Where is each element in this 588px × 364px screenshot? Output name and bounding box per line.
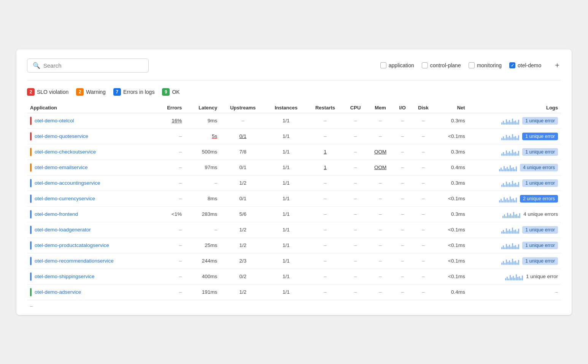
app-link[interactable]: otel-demo-adservice bbox=[35, 289, 81, 295]
status-indicator bbox=[30, 210, 32, 218]
app-link[interactable]: otel-demo-accountingservice bbox=[35, 180, 100, 186]
logs-badge[interactable]: 1 unique error bbox=[522, 257, 558, 265]
table-row[interactable]: otel-demo-frontend<1%283ms5/61/1–––––0.3… bbox=[27, 206, 561, 222]
app-link[interactable]: otel-demo-emailservice bbox=[35, 165, 88, 170]
summary-bar: 2SLO violation2Warning7Errors in logs9OK bbox=[27, 88, 561, 96]
app-cell: otel-demo-quoteservice bbox=[30, 132, 152, 141]
checkbox-otel-demo[interactable] bbox=[509, 62, 515, 68]
app-link[interactable]: otel-demo-productcatalogservice bbox=[35, 242, 109, 248]
table-row[interactable]: otel-demo-shippingservice–400ms0/21/1–––… bbox=[27, 269, 561, 284]
cpu-cell: – bbox=[344, 144, 367, 160]
mem-value: – bbox=[379, 180, 382, 186]
search-icon: 🔍 bbox=[33, 62, 40, 69]
table-row[interactable]: otel-demo-emailservice–97ms0/11/11–OOM––… bbox=[27, 160, 561, 175]
mem-cell: – bbox=[367, 222, 394, 237]
io-value: – bbox=[401, 165, 404, 170]
col-disk: Disk bbox=[412, 103, 435, 113]
app-link[interactable]: otel-demo-recommendationservice bbox=[35, 258, 114, 264]
logs-cell[interactable]: 1 unique error bbox=[468, 144, 561, 160]
logs-badge[interactable]: 4 unique errors bbox=[520, 164, 558, 171]
search-box[interactable]: 🔍 bbox=[27, 59, 149, 73]
restarts-value: – bbox=[324, 196, 327, 201]
latency-value: 500ms bbox=[202, 149, 218, 155]
table-body: otel-demo-otelcol16%9ms–1/1–––––0.3ms1 u… bbox=[27, 113, 561, 300]
filter-application[interactable]: application bbox=[380, 62, 414, 68]
logs-content: – bbox=[471, 289, 558, 295]
logs-badge[interactable]: 1 unique error bbox=[522, 117, 558, 125]
app-link[interactable]: otel-demo-loadgenerator bbox=[35, 227, 91, 233]
table-row[interactable]: otel-demo-adservice–191ms1/21/1–––––0.4m… bbox=[27, 284, 561, 300]
sparkline bbox=[501, 179, 519, 187]
instances-cell: 1/1 bbox=[265, 237, 307, 253]
cpu-cell: – bbox=[344, 284, 367, 300]
app-link[interactable]: otel-demo-checkoutservice bbox=[35, 149, 96, 155]
app-link[interactable]: otel-demo-otelcol bbox=[35, 118, 74, 123]
sparkline bbox=[501, 148, 519, 156]
sparkline bbox=[501, 226, 519, 234]
col-errors: Errors bbox=[155, 103, 185, 113]
app-link[interactable]: otel-demo-frontend bbox=[35, 211, 78, 217]
restarts-cell: – bbox=[307, 222, 343, 237]
status-indicator bbox=[30, 272, 32, 281]
logs-cell[interactable]: 4 unique errors bbox=[468, 160, 561, 175]
logs-cell[interactable]: 1 unique error bbox=[468, 269, 561, 284]
table-row[interactable]: otel-demo-accountingservice––1/21/1–––––… bbox=[27, 175, 561, 191]
app-link[interactable]: otel-demo-quoteservice bbox=[35, 133, 88, 139]
cpu-value: – bbox=[354, 165, 357, 170]
latency-value: 5s bbox=[212, 133, 217, 139]
table-row[interactable]: otel-demo-currencyservice–8ms0/11/1–––––… bbox=[27, 191, 561, 206]
logs-cell[interactable]: – bbox=[468, 284, 561, 300]
add-filter-button[interactable]: + bbox=[553, 61, 561, 70]
filter-control-plane[interactable]: control-plane bbox=[422, 62, 461, 68]
table-row[interactable]: otel-demo-otelcol16%9ms–1/1–––––0.3ms1 u… bbox=[27, 113, 561, 128]
disk-cell: – bbox=[412, 113, 435, 128]
search-input[interactable] bbox=[43, 62, 143, 69]
logs-cell[interactable]: 1 unique error bbox=[468, 253, 561, 269]
filter-otel-demo[interactable]: otel-demo bbox=[509, 62, 541, 68]
status-indicator bbox=[30, 257, 32, 265]
logs-cell[interactable]: 1 unique error bbox=[468, 237, 561, 253]
logs-badge[interactable]: 1 unique error bbox=[522, 148, 558, 156]
mem-cell: OOM bbox=[367, 160, 394, 175]
checkbox-control-plane[interactable] bbox=[422, 62, 428, 68]
io-cell: – bbox=[393, 253, 412, 269]
latency-cell: 191ms bbox=[185, 284, 220, 300]
logs-cell[interactable]: 2 unique errors bbox=[468, 191, 561, 206]
io-cell: – bbox=[393, 113, 412, 128]
errors-value: – bbox=[179, 289, 182, 295]
net-value: <0.1ms bbox=[448, 227, 465, 233]
table-row[interactable]: otel-demo-quoteservice–5s0/11/1–––––<0.1… bbox=[27, 128, 561, 144]
net-value: 0.4ms bbox=[451, 165, 465, 170]
app-link[interactable]: otel-demo-shippingservice bbox=[35, 274, 95, 279]
table-row[interactable]: otel-demo-checkoutservice–500ms7/81/11–O… bbox=[27, 144, 561, 160]
restarts-cell: – bbox=[307, 237, 343, 253]
restarts-value: 1 bbox=[324, 165, 327, 170]
logs-cell[interactable]: 4 unique errors bbox=[468, 206, 561, 222]
logs-cell[interactable]: 1 unique error bbox=[468, 113, 561, 128]
mem-cell: – bbox=[367, 269, 394, 284]
mem-value: – bbox=[379, 133, 382, 139]
logs-badge[interactable]: 1 unique error bbox=[522, 133, 558, 140]
checkbox-monitoring[interactable] bbox=[469, 62, 475, 68]
logs-cell[interactable]: 1 unique error bbox=[468, 175, 561, 191]
table-row[interactable]: otel-demo-loadgenerator––1/21/1–––––<0.1… bbox=[27, 222, 561, 237]
cpu-value: – bbox=[354, 133, 357, 139]
app-cell: otel-demo-accountingservice bbox=[30, 179, 152, 187]
logs-badge[interactable]: 2 unique errors bbox=[520, 195, 558, 203]
summary-label-blue: Errors in logs bbox=[123, 89, 154, 95]
logs-cell[interactable]: 1 unique error bbox=[468, 222, 561, 237]
errors-cell: – bbox=[155, 284, 185, 300]
logs-cell[interactable]: 1 unique error bbox=[468, 128, 561, 144]
logs-badge[interactable]: 1 unique error bbox=[522, 226, 558, 234]
errors-value: – bbox=[179, 258, 182, 264]
logs-badge[interactable]: 1 unique error bbox=[522, 242, 558, 249]
table-row[interactable]: otel-demo-recommendationservice–244ms2/3… bbox=[27, 253, 561, 269]
app-link[interactable]: otel-demo-currencyservice bbox=[35, 196, 95, 201]
logs-badge[interactable]: 1 unique error bbox=[522, 179, 558, 187]
table-row[interactable]: otel-demo-productcatalogservice–25ms1/21… bbox=[27, 237, 561, 253]
summary-green: 9OK bbox=[162, 88, 180, 96]
summary-label-green: OK bbox=[172, 89, 180, 95]
checkbox-application[interactable] bbox=[380, 62, 386, 68]
filter-monitoring[interactable]: monitoring bbox=[469, 62, 502, 68]
badge-orange: 2 bbox=[76, 88, 84, 96]
